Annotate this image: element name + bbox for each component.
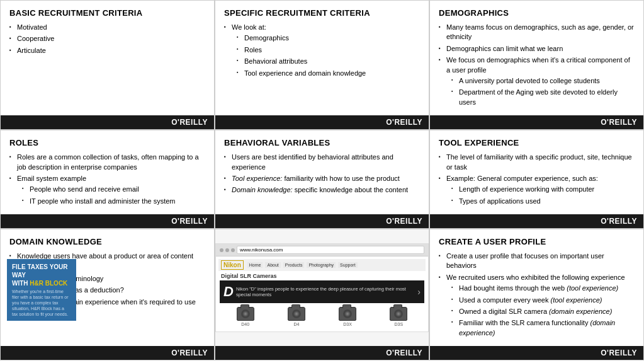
camera-item: D3X [339,307,356,326]
camera-lens-icon [394,309,403,318]
camera-label: D4 [293,322,299,326]
browser-bar: www.nikonusa.com [216,244,428,256]
cell-behavioral: BEHAVIORAL VARIABLES Users are best iden… [215,130,429,229]
nikon-d-logo: D [223,284,234,300]
oreilly-footer: O'REILLY [215,115,429,129]
camera-label: D3S [395,322,404,326]
oreilly-footer: O'REILLY [1,214,214,228]
user-profile-list: Create a user profile that focuses on im… [439,251,635,338]
behavioral-title: BEHAVIORAL VARIABLES [224,138,420,147]
sub-list: Demographics Roles Behavioral attributes… [237,33,420,78]
camera-body-icon [288,307,305,321]
nikon-header: Nikon Home About Products Photography Su… [218,259,426,271]
list-item: Types of applications used [451,197,635,206]
list-item: Roles are a common collection of tasks, … [9,153,205,172]
oreilly-footer: O'REILLY [430,115,643,129]
camera-body-icon [390,307,407,321]
list-item: Example: General computer experience, su… [439,174,635,206]
cell-domain-knowledge-content: DOMAIN KNOWLEDGE Knowledge users have ab… [1,229,214,346]
oreilly-footer: O'REILLY [1,115,214,129]
nikon-nav: Home About Products Photography Support [247,262,358,268]
list-item: The level of familiarity with a specific… [439,153,635,172]
slide-grid: BASIC RECRUITMENT CRITERIA Motivated Coo… [0,0,644,360]
tax-overlay-sub: Whether you're a first-time filer with a… [12,289,71,317]
domain-knowledge-title: DOMAIN KNOWLEDGE [9,237,205,246]
camera-hump [291,304,300,308]
list-item: Owned a digital SLR camera (domain exper… [451,307,635,316]
roles-list: Roles are a common collection of tasks, … [9,153,205,206]
camera-hump [393,304,402,308]
list-item: Cooperative [9,34,205,43]
list-item: We focus on demographics when it's a cri… [439,55,635,107]
nav-item: Home [247,262,263,268]
browser-dot [231,248,235,252]
sub-list: People who send and receive email IT peo… [22,185,205,206]
list-item: Users are best identified by behavioral … [224,153,420,172]
slr-banner-text: Nikon "D" inspires people to experience … [236,286,415,297]
demographics-list: Many teams focus on demographics, such a… [439,23,635,107]
nav-item: Photography [307,262,336,268]
list-item: Many teams focus on demographics, such a… [439,23,635,42]
list-item: Articulate [9,46,205,55]
specific-recruitment-title: SPECIFIC RECRUITMENT CRITERIA [224,8,420,18]
list-item: Length of experience working with comput… [451,185,635,194]
list-item: People who send and receive email [22,185,205,194]
list-item: Familiar with the SLR camera functionali… [451,318,635,338]
tool-experience-list: The level of familiarity with a specific… [439,153,635,206]
cell-user-profile-content: CREATE A USER PROFILE Create a user prof… [430,229,643,346]
user-profile-title: CREATE A USER PROFILE [439,237,635,246]
cell-specific-recruitment-content: SPECIFIC RECRUITMENT CRITERIA We look at… [215,1,429,115]
behavioral-list: Users are best identified by behavioral … [224,153,420,195]
oreilly-footer: O'REILLY [1,346,214,360]
sub-list: A university portal devoted to college s… [451,76,635,107]
italic-text: (domain experience) [549,308,612,315]
oreilly-footer: O'REILLY [215,214,429,228]
camera-body-icon [237,307,254,321]
list-item: Email system example People who send and… [9,174,205,206]
italic-text: (tool experience) [551,296,602,304]
list-item: We look at: Demographics Roles Behaviora… [224,23,420,78]
list-item: Demographics [237,33,420,43]
tax-overlay-title: FILE TAXES YOUR WAYWITH H&R BLOCK [12,263,71,287]
list-item: Had bought items through the web (tool e… [451,284,635,293]
mock-browser: www.nikonusa.com Nikon Home About Produc… [215,243,429,332]
nikon-logo: Nikon [221,260,244,270]
hr-block-logo: H&R BLOCK [30,280,67,287]
specific-recruitment-list: We look at: Demographics Roles Behaviora… [224,23,420,78]
banner-arrow-icon: › [417,287,421,297]
cell-user-profile: CREATE A USER PROFILE Create a user prof… [429,229,644,360]
browser-dot [220,248,223,252]
camera-label: D3X [343,322,352,326]
list-item: Department of the Aging web site devoted… [451,88,635,107]
basic-recruitment-title: BASIC RECRUITMENT CRITERIA [9,8,205,18]
italic-text: Tool experience: [232,175,282,182]
camera-item: D4 [288,307,305,326]
camera-lens-icon [343,309,352,318]
slr-banner: D Nikon "D" inspires people to experienc… [220,280,424,303]
cell-tool-experience-content: TOOL EXPERIENCE The level of familiarity… [430,130,643,214]
basic-recruitment-list: Motivated Cooperative Articulate [9,23,205,55]
tax-overlay: FILE TAXES YOUR WAYWITH H&R BLOCK Whethe… [7,259,76,321]
nav-item: Support [338,262,358,268]
camera-label: D40 [241,322,249,326]
browser-dot [225,248,229,252]
italic-text: (tool experience) [567,284,618,292]
sub-list: Length of experience working with comput… [451,185,635,206]
nav-item: Products [283,262,305,268]
list-item: Tool experience: familiarity with how to… [224,174,420,183]
list-item: Used a computer every week (tool experie… [451,296,635,305]
cell-slr-content: www.nikonusa.com Nikon Home About Produc… [215,229,429,346]
camera-item: D40 [237,307,254,326]
cell-roles-content: ROLES Roles are a common collection of t… [1,130,214,214]
sub-list: Had bought items through the web (tool e… [451,284,635,338]
cell-roles: ROLES Roles are a common collection of t… [0,130,215,229]
camera-item: D3S [390,307,407,326]
camera-lens-icon [241,309,250,318]
camera-hump [240,304,249,308]
list-item: Behavioral attributes [237,57,420,66]
cell-tool-experience: TOOL EXPERIENCE The level of familiarity… [429,130,644,229]
italic-text: Domain knowledge: [232,186,293,193]
demographics-title: DEMOGRAPHICS [439,8,635,18]
camera-hump [342,304,351,308]
list-item: Domain knowledge: specific knowledge abo… [224,185,420,195]
